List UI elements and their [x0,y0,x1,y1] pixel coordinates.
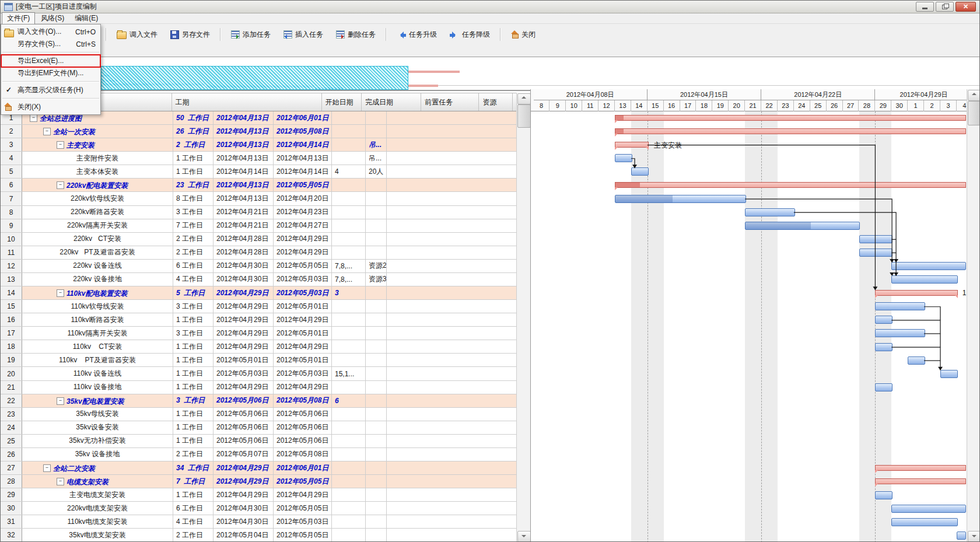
table-row[interactable]: 13220kv 设备接地4 工作日2012年04月30日2012年05月03日7… [1,273,516,286]
table-row[interactable]: 21110kv 设备接地1 工作日2012年04月29日2012年04月29日 [1,381,516,394]
add-task-button[interactable]: 添加任务 [226,27,276,42]
table-row[interactable]: 15110kv软母线安装3 工作日2012年04月29日2012年05月01日 [1,300,516,313]
collapse-expander[interactable]: − [57,478,64,485]
scroll-down-button[interactable] [517,531,531,542]
menu-item-load-file[interactable]: 调入文件(O)... Ctrl+O [1,26,100,38]
task-demote-button[interactable]: 任务降级 [444,27,495,42]
column-header[interactable]: 工期 [172,93,322,111]
table-row[interactable]: 29主变电缆支架安装1 工作日2012年04月29日2012年04月29日 [1,488,516,502]
task-bar-row9[interactable] [745,222,860,230]
summary-bar-row1[interactable] [615,115,966,121]
summary-bar-row28[interactable] [875,478,966,484]
column-header[interactable]: 开始日期 [322,93,362,111]
gantt-vertical-scrollbar[interactable] [967,89,980,542]
gantt-overview-band[interactable] [1,57,979,91]
table-row[interactable]: 22−35kv配电装置安装3 工作日2012年05月06日2012年05月08日… [1,394,516,408]
task-bar-row7[interactable] [615,195,746,203]
task-promote-button[interactable]: 任务升级 [391,27,442,42]
task-bar-row19[interactable] [908,356,925,365]
table-row[interactable]: 2435kv设备安装1 工作日2012年05月06日2012年05月06日 [1,421,516,435]
collapse-expander[interactable]: − [30,114,37,122]
task-bar-row29[interactable] [875,491,892,499]
collapse-expander[interactable]: − [43,464,51,472]
table-row[interactable]: 11220kv PT及避雷器安装2 工作日2012年04月28日2012年04月… [1,246,516,260]
task-bar-row13[interactable] [891,275,958,284]
scroll-up-button[interactable] [517,93,531,104]
task-bar-row32[interactable] [957,531,966,540]
table-row[interactable]: 5主变本体安装1 工作日2012年04月14日2012年04月14日420人 [1,165,516,179]
menu-item-save-as[interactable]: 另存文件(S)... Ctrl+S [1,38,100,50]
collapse-expander[interactable]: − [57,289,64,297]
table-row[interactable]: 2−全站一次安装26 工作日2012年04月13日2012年05月08日 [1,125,516,138]
column-header[interactable]: 前置任务 [421,93,479,111]
table-row[interactable]: 10220kv CT安装2 工作日2012年04月28日2012年04月29日 [1,233,516,246]
table-row[interactable]: 9220kv隔离开关安装7 工作日2012年04月21日2012年04月27日 [1,219,516,233]
insert-task-button[interactable]: 插入任务 [278,27,328,42]
menu-item-export-emf[interactable]: 导出到EMF文件(M)... [1,67,100,79]
table-row[interactable]: 31110kv电缆支架安装4 工作日2012年04月30日2012年05月03日 [1,515,516,529]
summary-bar-row14[interactable] [875,290,958,296]
table-row[interactable]: 12220kv 设备连线6 工作日2012年04月30日2012年05月05日7… [1,260,516,273]
menu-network[interactable]: 风络(S) [36,13,69,24]
overview-visible-window[interactable] [101,66,408,90]
menu-file[interactable]: 文件(F) [2,12,35,25]
menu-item-close[interactable]: 关闭(X) [1,101,100,113]
table-row[interactable]: 6−220kv配电装置安装23 工作日2012年04月13日2012年05月05… [1,179,516,192]
table-row[interactable]: 2335kv母线安装1 工作日2012年05月06日2012年05月06日 [1,408,516,421]
table-row[interactable]: 17110kv隔离开关安装3 工作日2012年04月29日2012年05月01日 [1,327,516,340]
task-bar-row15[interactable] [875,302,925,310]
task-bar-row18[interactable] [875,343,892,351]
task-bar-row12[interactable] [891,262,966,270]
summary-bar-row2[interactable] [615,128,966,134]
task-bar-row31[interactable] [891,518,958,526]
collapse-expander[interactable]: − [57,397,64,405]
task-bar-row8[interactable] [745,208,795,216]
table-row[interactable]: 18110kv CT安装1 工作日2012年04月29日2012年04月29日 [1,340,516,354]
scroll-up-button[interactable] [968,90,980,101]
task-bar-row17[interactable] [875,329,925,337]
table-row[interactable]: 19110kv PT及避雷器安装1 工作日2012年05月01日2012年05月… [1,354,516,367]
table-row[interactable]: 28−电缆支架安装7 工作日2012年04月29日2012年05月05日 [1,475,516,488]
table-row[interactable]: 3−主变安装2 工作日2012年04月13日2012年04月14日吊... [1,138,516,152]
menu-item-export-excel[interactable]: 导出Excel(E)... [1,55,100,67]
close-button[interactable]: ✕ [956,2,976,12]
menu-item-highlight-parent-tasks[interactable]: ✓ 高亮显示父级任务(H) [1,84,100,96]
menu-edit[interactable]: 编辑(E) [70,13,103,24]
scroll-down-button[interactable] [968,531,980,542]
summary-bar-row6[interactable] [615,182,966,188]
table-row[interactable]: 20110kv 设备连线1 工作日2012年05月03日2012年05月03日1… [1,367,516,380]
delete-task-button[interactable]: 删除任务 [331,27,381,42]
collapse-expander[interactable]: − [57,181,64,189]
save-as-button[interactable]: 另存文件 [165,27,215,42]
table-row[interactable]: 2635kv 设备接地2 工作日2012年05月07日2012年05月08日 [1,448,516,461]
summary-bar-row3[interactable] [615,142,649,148]
close-tool-button[interactable]: 关闭 [506,27,541,42]
task-bar-row30[interactable] [891,505,966,513]
summary-bar-row27[interactable] [875,465,966,471]
table-row[interactable]: 8220kv断路器安装3 工作日2012年04月21日2012年04月23日 [1,206,516,219]
task-bar-row20[interactable] [940,370,958,378]
collapse-expander[interactable]: − [57,141,64,149]
table-row[interactable]: 16110kv断路器安装1 工作日2012年04月29日2012年04月29日 [1,313,516,327]
table-row[interactable]: 27−全站二次安装34 工作日2012年04月29日2012年06月01日 [1,461,516,475]
restore-button[interactable] [936,2,954,12]
table-row[interactable]: 14−110kv配电装置安装5 工作日2012年04月29日2012年05月03… [1,286,516,300]
table-vertical-scrollbar[interactable] [516,93,530,542]
collapse-expander[interactable]: − [43,128,51,135]
minimize-button[interactable] [916,2,934,12]
table-row[interactable]: 3235kv电缆支架安装2 工作日2012年05月04日2012年05月05日 [1,529,516,542]
task-bar-row5[interactable] [631,167,649,176]
table-row[interactable]: 30220kv电缆支架安装6 工作日2012年04月30日2012年05月05日 [1,502,516,515]
task-bar-row4[interactable] [615,154,632,162]
scrollbar-thumb[interactable] [517,104,531,128]
load-file-button[interactable]: 调入文件 [111,27,163,42]
task-bar-row10[interactable] [859,235,893,243]
column-header[interactable]: 完成日期 [362,93,421,111]
table-row[interactable]: 4主变附件安装1 工作日2012年04月13日2012年04月13日吊... [1,152,516,165]
table-row[interactable]: 2535kv无功补偿安装1 工作日2012年05月06日2012年05月06日 [1,435,516,448]
scrollbar-thumb[interactable] [968,101,980,125]
column-header[interactable]: 资源 [479,93,513,111]
task-bar-row16[interactable] [875,316,892,324]
task-bar-row21[interactable] [875,383,892,391]
task-bar-row11[interactable] [859,249,893,257]
